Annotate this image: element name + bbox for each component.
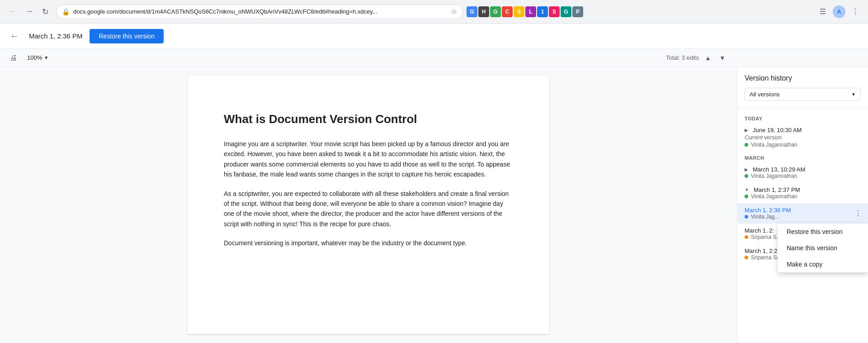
version-current-label: Current version <box>745 134 861 141</box>
version-author-march13: Vinita Jagannathan <box>745 173 861 179</box>
version-filter-label: All versions <box>750 91 779 98</box>
version-item-march13[interactable]: ▶ March 13, 10:29 AM Vinita Jagannathan <box>737 162 868 183</box>
zoom-dropdown-icon: ▼ <box>44 55 48 60</box>
doc-title: March 1, 2:36 PM <box>29 32 82 40</box>
doc-toolbar: ← March 1, 2:36 PM Restore this version <box>0 24 868 49</box>
restore-button[interactable]: Restore this version <box>90 29 164 43</box>
dot-march1-228 <box>745 256 748 259</box>
version-panel-title: Version history <box>745 74 861 82</box>
more-options-button[interactable]: ⋮ <box>852 207 864 220</box>
dot-march1-236 <box>745 215 748 219</box>
version-author-june19: Vinita Jagannathan <box>745 142 861 148</box>
version-item-june19[interactable]: ▶ June 19, 10:30 AM Current version Vini… <box>737 123 868 152</box>
doc-heading: What is Document Version Control <box>224 112 513 126</box>
context-name-item[interactable]: Name this version <box>778 240 868 256</box>
context-menu: Restore this version Name this version M… <box>778 224 868 272</box>
prev-edit-button[interactable]: ▲ <box>703 52 713 63</box>
section-label-march: MARCH <box>737 152 868 162</box>
ext-yellow-icon[interactable]: S <box>514 6 524 17</box>
ext-purple-icon[interactable]: L <box>525 6 536 17</box>
extensions-button[interactable]: ☰ <box>816 5 830 19</box>
avatar: A <box>833 5 845 18</box>
star-icon[interactable]: ☆ <box>451 7 457 16</box>
address-bar[interactable]: 🔒 docs.google.com/document/d/1m4ACASTkNS… <box>56 5 463 19</box>
ext-red-icon[interactable]: C <box>502 6 513 17</box>
version-item-march1-237[interactable]: ▼ March 1, 2:37 PM Vinita Jagannathan <box>737 183 868 203</box>
print-button[interactable]: 🖨 <box>7 52 20 64</box>
version-panel-header: Version history All versions ▼ <box>737 67 868 109</box>
ext-teal-icon[interactable]: G <box>561 6 571 17</box>
section-label-today: TODAY <box>737 112 868 123</box>
version-panel: Version history All versions ▼ TODAY ▶ J… <box>737 67 868 343</box>
next-edit-button[interactable]: ▼ <box>717 52 728 63</box>
toolbar-back-button[interactable]: ← <box>7 29 22 43</box>
url-text: docs.google.com/document/d/1m4ACASTkNSQo… <box>73 8 447 15</box>
version-time-march1-237: ▼ March 1, 2:37 PM <box>745 186 861 193</box>
doc-paragraph-2: As a scriptwriter, you are expected to c… <box>224 189 513 229</box>
doc-area: What is Document Version Control Imagine… <box>0 67 737 343</box>
browser-chrome: ← → ↻ 🔒 docs.google.com/document/d/1m4AC… <box>0 0 868 24</box>
version-time-march13: ▶ March 13, 10:29 AM <box>745 166 861 173</box>
ext-dark-icon[interactable]: H <box>478 6 489 17</box>
ext-green-icon[interactable]: G <box>490 6 501 17</box>
version-item-march1-236[interactable]: March 1, 2:36 PM Vinita Jag... ⋮ Restore… <box>737 203 868 224</box>
version-filter-arrow: ▼ <box>851 92 856 97</box>
ext-blue-icon[interactable]: 1 <box>537 6 548 17</box>
menu-button[interactable]: ⋮ <box>848 5 863 19</box>
extension-icons: G H G C S L 1 S G P <box>467 6 583 17</box>
version-filter-dropdown[interactable]: All versions ▼ <box>745 88 861 101</box>
ext-gray-icon[interactable]: P <box>572 6 583 17</box>
dot-march1-237 <box>745 195 748 198</box>
main-layout: What is Document Version Control Imagine… <box>0 67 868 343</box>
zoom-bar: 🖨 100% ▼ Total: 3 edits ▲ ▼ <box>0 49 868 67</box>
dot-june19 <box>745 143 748 147</box>
nav-buttons: ← → ↻ <box>5 5 52 19</box>
expand-arrow-march1-237: ▼ <box>745 187 749 192</box>
version-list: TODAY ▶ June 19, 10:30 AM Current versio… <box>737 109 868 343</box>
context-restore-item[interactable]: Restore this version <box>778 224 868 240</box>
version-author-march1-236: Vinita Jag... <box>745 214 861 220</box>
refresh-button[interactable]: ↻ <box>38 5 52 19</box>
context-copy-item[interactable]: Make a copy <box>778 256 868 272</box>
version-author-march1-237: Vinita Jagannathan <box>745 193 861 200</box>
profile-button[interactable]: A <box>832 5 846 19</box>
doc-page: What is Document Version Control Imagine… <box>188 76 549 334</box>
total-edits: Total: 3 edits ▲ ▼ <box>666 52 728 63</box>
forward-button[interactable]: → <box>22 5 36 19</box>
version-time-june19: ▶ June 19, 10:30 AM <box>745 127 861 133</box>
zoom-level: 100% <box>27 54 42 61</box>
dot-march1-2x <box>745 235 748 239</box>
doc-paragraph-1: Imagine you are a scriptwriter. Your mov… <box>224 139 513 180</box>
ext-google-icon[interactable]: G <box>467 6 477 17</box>
version-time-march1-236: March 1, 2:36 PM <box>745 207 861 214</box>
lock-icon: 🔒 <box>62 8 70 15</box>
ext-pink-icon[interactable]: S <box>549 6 560 17</box>
browser-icons: ☰ A ⋮ <box>816 5 863 19</box>
back-button[interactable]: ← <box>5 5 20 19</box>
zoom-control[interactable]: 100% ▼ <box>24 52 52 63</box>
expand-arrow-march13: ▶ <box>745 167 748 172</box>
dot-march13 <box>745 174 748 178</box>
expand-arrow-june19: ▶ <box>745 128 748 133</box>
doc-paragraph-3: Document versioning is important, whatev… <box>224 238 513 248</box>
